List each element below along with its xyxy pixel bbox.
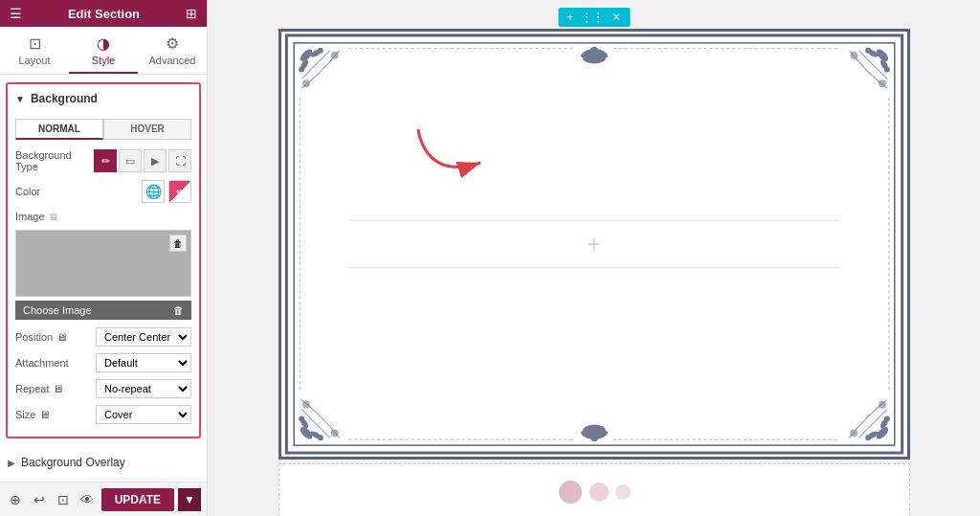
- panel-header: ☰ Edit Section ⊞: [0, 0, 207, 27]
- svg-point-3: [298, 47, 314, 63]
- repeat-monitor-icon: 🖥: [53, 383, 63, 394]
- bottom-bar: ⊕ ↩ ⊡ 👁 UPDATE ▼: [0, 482, 207, 516]
- svg-point-35: [583, 424, 606, 436]
- svg-point-18: [309, 430, 322, 440]
- svg-point-34: [590, 47, 598, 55]
- responsive-icon[interactable]: ⊡: [54, 488, 74, 511]
- cert-add-content[interactable]: +: [587, 231, 600, 258]
- svg-point-24: [874, 425, 890, 441]
- svg-point-33: [594, 48, 609, 59]
- svg-point-38: [590, 434, 598, 441]
- attachment-select[interactable]: Default: [96, 353, 191, 372]
- grid-icon[interactable]: ⊞: [186, 6, 197, 21]
- svg-point-31: [583, 53, 606, 64]
- panel-title: Edit Section: [22, 7, 186, 21]
- svg-point-49: [615, 484, 631, 500]
- svg-point-29: [850, 429, 858, 437]
- position-select[interactable]: Center Center: [96, 327, 191, 347]
- svg-point-20: [317, 435, 323, 440]
- svg-point-12: [879, 58, 889, 71]
- tab-style-label: Style: [92, 55, 115, 66]
- tab-advanced[interactable]: ⚙ Advanced: [138, 27, 207, 74]
- panel-body: ▼ Background NORMAL HOVER Background Typ…: [0, 75, 207, 482]
- svg-point-47: [559, 481, 582, 504]
- svg-point-48: [590, 482, 609, 502]
- preview-icon[interactable]: 👁: [78, 488, 98, 511]
- choose-image-bar[interactable]: Choose Image 🗑: [15, 301, 191, 320]
- size-select[interactable]: Cover: [96, 405, 191, 424]
- update-dropdown-button[interactable]: ▼: [178, 488, 201, 511]
- cert-close-icon[interactable]: ✕: [609, 11, 624, 24]
- section-collapse-icon: ▼: [15, 94, 25, 104]
- color-row: Color 🌐 ✏: [15, 180, 191, 203]
- image-label-row: Image 🖥: [15, 211, 191, 222]
- attachment-row: Attachment Default: [15, 353, 191, 372]
- certificate-container: + ⋮⋮ ✕: [278, 29, 910, 516]
- tab-bar: ⊡ Layout ◑ Style ⚙ Advanced: [0, 27, 207, 75]
- delete-image-icon[interactable]: 🗑: [169, 235, 187, 252]
- repeat-label: Repeat 🖥: [15, 383, 96, 394]
- size-label: Size 🖥: [15, 409, 96, 420]
- size-row: Size 🖥 Cover: [15, 405, 191, 424]
- layers-icon[interactable]: ⊕: [6, 488, 26, 511]
- svg-point-5: [299, 58, 309, 71]
- repeat-select[interactable]: No-repeat: [96, 379, 191, 398]
- svg-point-8: [330, 52, 338, 59]
- color-pencil-btn[interactable]: ✏: [168, 180, 191, 203]
- svg-point-30: [878, 401, 885, 409]
- undo-icon[interactable]: ↩: [30, 488, 50, 511]
- menu-icon[interactable]: ☰: [10, 6, 22, 21]
- certificate-frame[interactable]: +: [278, 29, 910, 460]
- tab-advanced-label: Advanced: [149, 55, 196, 66]
- position-monitor-icon: 🖥: [56, 331, 67, 343]
- bg-type-image[interactable]: ▭: [119, 149, 142, 172]
- choose-image-icon: 🗑: [173, 304, 184, 316]
- svg-point-16: [878, 79, 885, 87]
- svg-point-4: [309, 48, 322, 58]
- bg-type-video[interactable]: ▶: [144, 149, 167, 172]
- position-label: Position 🖥: [15, 331, 96, 343]
- repeat-row: Repeat 🖥 No-repeat: [15, 379, 191, 398]
- bg-overlay-header[interactable]: ▶ Background Overlay: [0, 446, 207, 479]
- tab-layout[interactable]: ⊡ Layout: [0, 27, 69, 74]
- tab-style[interactable]: ◑ Style: [69, 27, 138, 74]
- image-label: Image 🖥: [15, 211, 191, 222]
- second-section[interactable]: [278, 463, 910, 516]
- svg-point-37: [594, 429, 609, 440]
- update-button[interactable]: UPDATE: [101, 488, 174, 511]
- state-toggle: NORMAL HOVER: [15, 119, 191, 140]
- background-title: Background: [31, 92, 98, 105]
- choose-image-label: Choose Image: [23, 304, 92, 316]
- left-panel: ☰ Edit Section ⊞ ⊡ Layout ◑ Style ⚙ Adva…: [0, 0, 208, 516]
- advanced-icon: ⚙: [142, 34, 203, 53]
- svg-point-9: [302, 79, 310, 87]
- bg-overlay-title: Background Overlay: [21, 456, 125, 469]
- bg-type-controls: ✏ ▭ ▶ ⛶: [94, 149, 191, 172]
- hover-toggle[interactable]: HOVER: [103, 119, 191, 140]
- image-preview[interactable]: 🗑: [15, 230, 191, 297]
- bg-type-slide[interactable]: ⛶: [168, 149, 191, 172]
- cert-add-icon[interactable]: +: [564, 11, 576, 24]
- position-row: Position 🖥 Center Center: [15, 327, 191, 347]
- background-section: ▼ Background NORMAL HOVER Background Typ…: [6, 82, 201, 438]
- svg-point-13: [865, 48, 871, 54]
- svg-point-7: [299, 67, 304, 73]
- overlay-arrow-icon: ▶: [8, 458, 15, 468]
- attachment-label: Attachment: [15, 357, 96, 369]
- background-section-header[interactable]: ▼ Background: [8, 84, 199, 113]
- tab-layout-label: Layout: [18, 55, 50, 66]
- layout-icon: ⊡: [4, 34, 65, 53]
- brand-watermark: [556, 478, 633, 506]
- normal-toggle[interactable]: NORMAL: [15, 119, 103, 140]
- bg-type-color[interactable]: ✏: [94, 149, 117, 172]
- monitor-icon: 🖥: [49, 212, 58, 222]
- bg-type-row: Background Type ✏ ▭ ▶ ⛶: [15, 149, 191, 172]
- bg-type-label: Background Type: [15, 149, 94, 172]
- main-canvas: + ⋮⋮ ✕: [208, 0, 980, 516]
- color-globe-btn[interactable]: 🌐: [142, 180, 165, 203]
- cert-toolbar: + ⋮⋮ ✕: [558, 8, 630, 27]
- cert-move-icon[interactable]: ⋮⋮: [578, 11, 607, 24]
- svg-point-15: [850, 52, 858, 59]
- svg-point-10: [874, 47, 890, 63]
- svg-point-27: [865, 435, 871, 440]
